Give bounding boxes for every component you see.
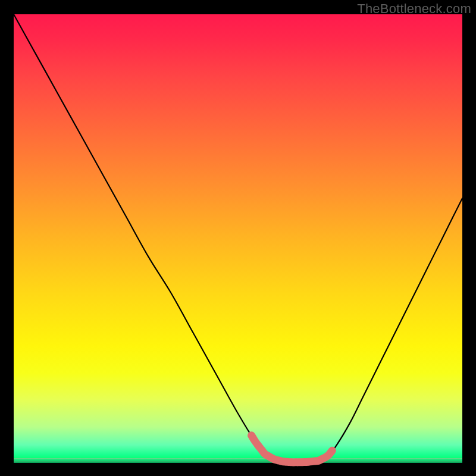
chart-svg (14, 14, 462, 463)
bottleneck-highlight (252, 436, 333, 462)
bottleneck-curve (14, 14, 462, 462)
watermark-text: TheBottleneck.com (357, 1, 471, 17)
chart-frame: TheBottleneck.com (0, 0, 476, 476)
